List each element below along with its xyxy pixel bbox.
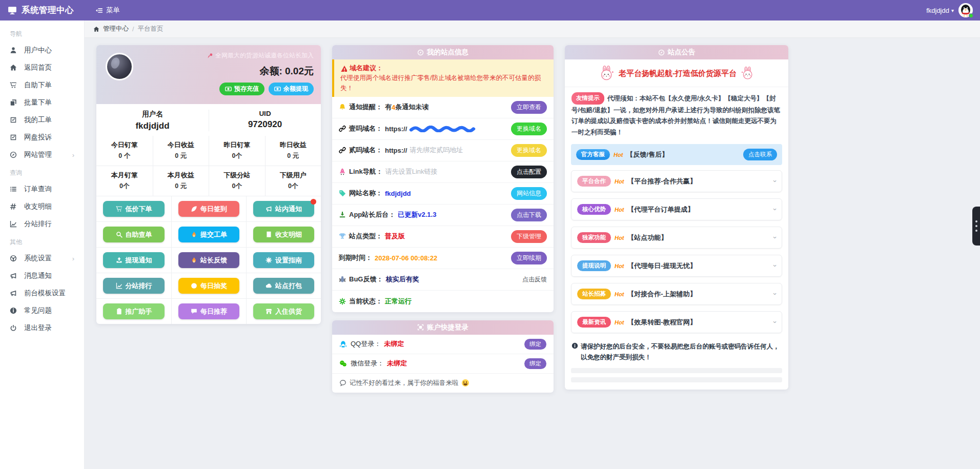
menu-toggle[interactable]: 菜单 — [95, 6, 120, 15]
security-warning-text: 请保护好您的后台安全，不要轻易把您后台的账号或密码告诉任何人，以免您的财产受到损… — [581, 341, 782, 362]
renew-button[interactable]: 立即续期 — [511, 252, 547, 264]
accordion-latest-news[interactable]: 最新资讯 Hot 【效果转图-教程官网】 › — [571, 311, 782, 333]
daily-checkin-button[interactable]: 每日签到 — [178, 201, 239, 217]
rabbit-icon — [741, 67, 754, 80]
sidebar-item-template-settings[interactable]: 前台模板设置 — [0, 284, 84, 302]
branch-ranking-button[interactable]: 分站排行 — [103, 278, 165, 294]
sidebar-item-branch-ranking[interactable]: 分站排行 — [0, 215, 84, 233]
hot-label: Hot — [615, 207, 624, 213]
store-icon — [266, 308, 272, 315]
hot-label: Hot — [614, 152, 623, 158]
withdraw-notice-button[interactable]: 提现通知 — [103, 252, 165, 268]
accordion-text: 【代理平台订单提成】 — [627, 205, 694, 214]
view-notices-button[interactable]: 立即查看 — [511, 101, 547, 114]
accordion-withdraw-info[interactable]: 提现说明 Hot 【代理每日-提现无忧】 › — [571, 255, 782, 277]
chevron-down-icon: › — [771, 209, 779, 211]
site-info-header: 我的站点信息 — [332, 45, 554, 59]
avatar[interactable] — [958, 3, 973, 17]
menu-label: 菜单 — [106, 6, 120, 15]
change-domain1-button[interactable]: 更换域名 — [511, 123, 547, 135]
quick-login-footer: 记性不好的看过来，属于你的福音来啦 — [332, 374, 554, 393]
breadcrumb-root[interactable]: 管理中心 — [103, 25, 129, 33]
wechat-bind-button[interactable]: 绑定 — [524, 358, 546, 369]
app-brand[interactable]: 系统管理中心 — [0, 5, 85, 16]
sidebar-item-logout[interactable]: 退出登录 — [0, 319, 84, 337]
recharge-label: 预存充值 — [234, 85, 259, 93]
qq-bind-button[interactable]: 绑定 — [524, 339, 546, 350]
income-detail-button[interactable]: 收支明细 — [253, 227, 314, 242]
sidebar-item-order-query[interactable]: 订单查询 — [0, 180, 84, 198]
profile-avatar[interactable] — [106, 53, 133, 80]
user-dropdown[interactable]: fkdjdjdd ▾ — [926, 7, 954, 14]
withdraw-button[interactable]: 余额提现 — [269, 83, 314, 95]
official-service-row[interactable]: 官方客服 Hot 【反馈/售后】 点击联系 — [571, 144, 782, 165]
quick-login-header: 账户快捷登录 — [332, 320, 554, 335]
link-icon — [339, 125, 346, 132]
setup-guide-button[interactable]: 设置指南 — [253, 252, 314, 268]
sidebar-item-label: 收支明细 — [24, 202, 52, 211]
placeholder-row — [571, 368, 782, 373]
stat-cell: 本月收益0 元 — [153, 166, 209, 196]
qq-login-row: QQ登录： 未绑定 绑定 — [332, 335, 554, 354]
sidebar-item-my-tickets[interactable]: 我的工单 — [0, 111, 84, 129]
sidebar-section-query: 查询 — [0, 164, 84, 180]
home-icon — [93, 26, 99, 32]
accordion-platform-coop[interactable]: 平台合作 Hot 【平台推荐-合作共赢】 › — [571, 170, 782, 192]
app-backend-row: App站长后台： 已更新v2.1.3 点击下载 — [332, 205, 554, 226]
accordion-webmaster-recruit[interactable]: 站长招募 Hot 【对接合作-上架辅助】 › — [571, 283, 782, 305]
drawer-handle[interactable] — [972, 207, 980, 246]
recharge-button[interactable]: 预存充值 — [219, 83, 264, 95]
sidebar-item-home[interactable]: 返回首页 — [0, 59, 84, 76]
sidebar-item-label: 网盘投诉 — [24, 133, 52, 142]
download-app-button[interactable]: 点击下载 — [511, 209, 547, 221]
self-query-button[interactable]: 自助查单 — [103, 227, 165, 242]
site-package-button[interactable]: 站点打包 — [253, 278, 314, 294]
accordion-exclusive-features[interactable]: 独家功能 Hot 【站点功能】 › — [571, 227, 782, 249]
chevron-down-icon: › — [771, 293, 779, 295]
accordion-core-advantage[interactable]: 核心优势 Hot 【代理平台订单提成】 › — [571, 198, 782, 220]
supplier-join-button[interactable]: 入住供货 — [253, 303, 314, 319]
daily-lottery-button[interactable]: 每日抽奖 — [178, 278, 239, 294]
change-domain2-button[interactable]: 更换域名 — [511, 144, 547, 157]
wechat-icon — [339, 360, 347, 368]
bug-feedback-link[interactable]: 点击反馈 — [522, 275, 547, 284]
accordion-badge: 最新资讯 — [577, 317, 611, 328]
submit-ticket-button[interactable]: 提交工单 — [178, 227, 239, 242]
stat-cell: 今日钉箪0 个 — [96, 136, 153, 166]
bullhorn-icon — [10, 272, 17, 279]
expire-row: 到期时间： 2028-07-06 00:08:22 立即续期 — [332, 248, 554, 269]
chat-icon — [191, 308, 197, 315]
sidebar-item-system-settings[interactable]: 系统设置 › — [0, 250, 84, 267]
sidebar-item-faq[interactable]: 常见问题 — [0, 302, 84, 319]
app-title: 系统管理中心 — [22, 5, 74, 16]
site-name-row: 网站名称： fkdjdjdd 网站信息 — [332, 183, 554, 205]
sidebar-item-batch-order[interactable]: 批量下单 — [0, 94, 84, 111]
daily-recommend-button[interactable]: 每日推荐 — [178, 303, 239, 319]
stat-cell: 今日收益0 元 — [153, 136, 209, 166]
domain-warning: 域名建议： 代理使用两个域名进行推广零售/防止域名被墙给您带来的不可估量的损失！ — [332, 59, 554, 97]
sidebar-item-disk-complaint[interactable]: 网盘投诉 — [0, 129, 84, 146]
placeholder-row — [571, 377, 782, 382]
contact-service-button[interactable]: 点击联系 — [743, 149, 777, 160]
tag-icon — [339, 190, 346, 197]
site-info-button[interactable]: 网站信息 — [511, 187, 547, 200]
sidebar-item-income-detail[interactable]: 收支明细 — [0, 198, 84, 215]
clipboard-icon — [116, 308, 122, 315]
link-nav-row: Link导航： 请先设置Link链接 点击配置 — [332, 161, 554, 183]
sidebar-item-notifications[interactable]: 消息通知 — [0, 267, 84, 284]
site-notice-button[interactable]: 站内通知 — [253, 201, 314, 217]
sidebar-item-user-center[interactable]: 用户中心 — [0, 42, 84, 59]
configure-link-button[interactable]: 点击配置 — [511, 166, 547, 178]
download-icon — [339, 211, 346, 218]
flame-icon — [191, 257, 197, 263]
sidebar: 导航 用户中心 返回首页 自助下单 批量下单 我的工单 网盘投诉 网站管理 › … — [0, 21, 85, 469]
cheap-order-button[interactable]: 低价下单 — [103, 201, 165, 217]
sidebar-item-self-order[interactable]: 自助下单 — [0, 76, 84, 94]
hot-label: Hot — [615, 235, 624, 241]
sub-manage-button[interactable]: 下级管理 — [511, 230, 547, 243]
chart-line-icon — [10, 220, 17, 228]
promo-helper-button[interactable]: 推广助手 — [103, 303, 165, 319]
sidebar-item-site-management[interactable]: 网站管理 › — [0, 146, 84, 164]
webmaster-feedback-button[interactable]: 站长反馈 — [178, 252, 239, 268]
chevron-down-icon: › — [771, 321, 779, 323]
